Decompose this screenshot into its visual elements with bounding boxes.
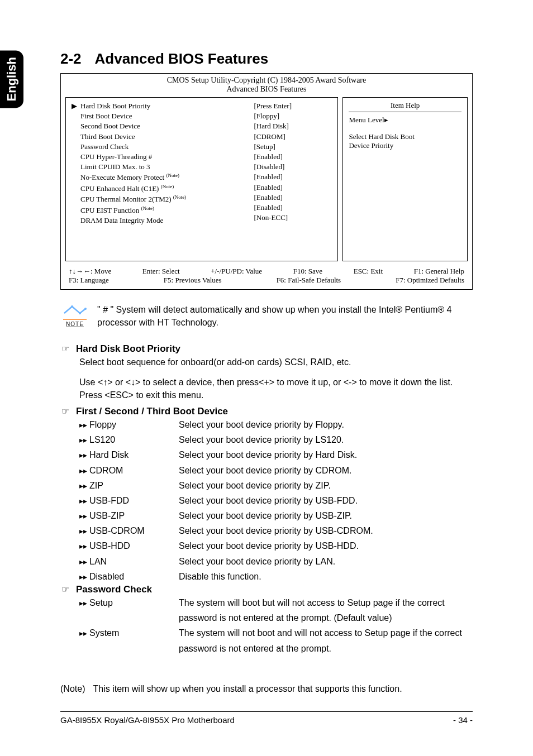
bios-item-label[interactable]: ▶Limit CPUID Max. to 3	[72, 162, 248, 172]
bios-item-value[interactable]: [Enabled]	[254, 203, 332, 213]
option-name: Disabled	[89, 569, 179, 584]
option-name: LS120	[89, 432, 179, 447]
language-tab: English	[0, 50, 23, 108]
bios-item-value[interactable]: [Enabled]	[254, 152, 332, 162]
bullet-icon: ▸▸	[79, 540, 89, 553]
option-desc: Select your boot device priority by USB-…	[179, 493, 473, 508]
bios-item-value[interactable]: [CDROM]	[254, 132, 332, 142]
boot-option-row: ▸▸CDROMSelect your boot device priority …	[79, 463, 473, 478]
hint-value: +/-/PU/PD: Value	[211, 267, 262, 276]
footnote-text: This item will show up when you install …	[93, 684, 402, 694]
bios-item-value[interactable]: [Disabled]	[254, 162, 332, 172]
option-name: ZIP	[89, 478, 179, 493]
bios-help-panel: Item Help Menu Level▸ Select Hard Disk B…	[342, 97, 468, 261]
bios-main-panel: ▶Hard Disk Boot Priority▶First Boot Devi…	[65, 97, 338, 261]
boot-option-row: ▸▸USB-ZIPSelect your boot device priorit…	[79, 508, 473, 523]
bios-item-label[interactable]: ▶No-Execute Memory Protect (Note)	[72, 172, 248, 183]
option-name: USB-HDD	[89, 538, 179, 553]
bios-item-label[interactable]: ▶Third Boot Device	[72, 132, 248, 142]
option-desc: The system will not boot and will not ac…	[179, 625, 473, 655]
option-name: USB-FDD	[89, 493, 179, 508]
svg-point-1	[79, 312, 81, 314]
bios-item-label[interactable]: ▶CPU Enhanced Halt (C1E) (Note)	[72, 183, 248, 194]
svg-point-2	[84, 308, 87, 310]
bios-window: CMOS Setup Utility-Copyright (C) 1984-20…	[60, 73, 473, 290]
bios-item-value[interactable]: [Enabled]	[254, 183, 332, 193]
bios-item-value[interactable]: [Enabled]	[254, 193, 332, 203]
bios-item-label[interactable]: ▶DRAM Data Integrity Mode	[72, 216, 248, 226]
boot-option-row: ▸▸USB-CDROMSelect your boot device prior…	[79, 523, 473, 538]
bullet-icon: ▸▸	[79, 495, 89, 508]
boot-option-row: ▸▸Hard DiskSelect your boot device prior…	[79, 447, 473, 462]
boot-option-row: ▸▸USB-FDDSelect your boot device priorit…	[79, 493, 473, 508]
section-pwd-title: Password Check	[76, 584, 152, 595]
option-name: Hard Disk	[89, 447, 179, 462]
option-name: LAN	[89, 554, 179, 569]
pointer-icon: ☞	[60, 343, 70, 354]
boot-option-row: ▸▸DisabledDisable this function.	[79, 569, 473, 584]
pwd-option-row: ▸▸SetupThe system will boot but will not…	[79, 595, 473, 625]
bios-item-value[interactable]: [Hard Disk]	[254, 121, 332, 131]
bios-item-value[interactable]: [Floppy]	[254, 111, 332, 121]
bios-item-label[interactable]: ▶First Boot Device	[72, 111, 248, 121]
bios-item-label[interactable]: ▶Password Check	[72, 142, 248, 152]
bios-item-label[interactable]: ▶Hard Disk Boot Priority	[72, 101, 248, 111]
note-label: NOTE	[60, 321, 89, 327]
hint-exit: ESC: Exit	[354, 267, 383, 276]
svg-point-0	[71, 305, 73, 308]
option-desc: Select your boot device priority by LS12…	[179, 432, 473, 447]
option-name: USB-CDROM	[89, 523, 179, 538]
bios-item-label[interactable]: ▶Second Boot Device	[72, 121, 248, 131]
bullet-icon: ▸▸	[79, 434, 89, 447]
bios-item-value[interactable]: [Non-ECC]	[254, 213, 332, 223]
option-desc: Select your boot device priority by Hard…	[179, 447, 473, 462]
bios-item-label[interactable]: ▶CPU Hyper-Threading #	[72, 152, 248, 162]
pwd-option-row: ▸▸SystemThe system will not boot and wil…	[79, 625, 473, 655]
bios-item-value[interactable]: [Enabled]	[254, 172, 332, 182]
boot-option-row: ▸▸USB-HDDSelect your boot device priorit…	[79, 538, 473, 553]
section-bootdev-title: First / Second / Third Boot Device	[76, 406, 228, 417]
page-heading: 2-2Advanced BIOS Features	[60, 50, 473, 68]
footer-page: - 34 -	[453, 715, 473, 725]
option-name: CDROM	[89, 463, 179, 478]
bullet-icon: ▸▸	[79, 465, 89, 478]
note-block: NOTE " # " System will detect automatica…	[60, 303, 473, 329]
footnote: (Note) This item will show up when you i…	[60, 684, 473, 694]
footnote-tag: (Note)	[60, 684, 85, 694]
option-name: Floppy	[89, 417, 179, 432]
option-name: System	[89, 625, 179, 640]
page-footer: GA-8I955X Royal/GA-8I955X Pro Motherboar…	[60, 711, 473, 725]
option-desc: Disable this function.	[179, 569, 473, 584]
option-desc: The system will boot but will not access…	[179, 595, 473, 625]
bios-item-value[interactable]: [Setup]	[254, 142, 332, 152]
bullet-icon: ▸▸	[79, 556, 89, 569]
option-desc: Select your boot device priority by USB-…	[179, 508, 473, 523]
bios-header-line1: CMOS Setup Utility-Copyright (C) 1984-20…	[61, 76, 472, 85]
hint-move: ↑↓→←: Move	[69, 267, 111, 276]
boot-option-row: ▸▸LANSelect your boot device priority by…	[79, 554, 473, 569]
heading-title: Advanced BIOS Features	[95, 50, 269, 67]
hint-optimized: F7: Optimized Defaults	[396, 276, 464, 285]
bios-item-label[interactable]: ▶CPU Thermal Monitor 2(TM2) (Note)	[72, 194, 248, 205]
boot-option-row: ▸▸LS120Select your boot device priority …	[79, 432, 473, 447]
heading-number: 2-2	[60, 50, 82, 67]
bullet-icon: ▸▸	[79, 525, 89, 538]
option-desc: Select your boot device priority by ZIP.	[179, 478, 473, 493]
hint-save: F10: Save	[293, 267, 322, 276]
note-icon: NOTE	[60, 303, 89, 327]
bullet-icon: ▸▸	[79, 627, 89, 640]
hint-select: Enter: Select	[142, 267, 180, 276]
bullet-icon: ▸▸	[79, 571, 89, 584]
hint-help: F1: General Help	[414, 267, 464, 276]
bios-item-label[interactable]: ▶CPU EIST Function (Note)	[72, 205, 248, 216]
bullet-icon: ▸▸	[79, 510, 89, 523]
option-name: USB-ZIP	[89, 508, 179, 523]
boot-option-row: ▸▸FloppySelect your boot device priority…	[79, 417, 473, 432]
bullet-icon: ▸▸	[79, 480, 89, 493]
hint-failsafe: F6: Fail-Safe Defaults	[277, 276, 341, 285]
help-title: Item Help	[349, 101, 461, 112]
bullet-icon: ▸▸	[79, 449, 89, 462]
bios-item-value[interactable]: [Press Enter]	[254, 101, 332, 111]
hint-prev: F5: Previous Values	[164, 276, 222, 285]
help-desc-line1: Select Hard Disk Boot	[349, 132, 461, 141]
